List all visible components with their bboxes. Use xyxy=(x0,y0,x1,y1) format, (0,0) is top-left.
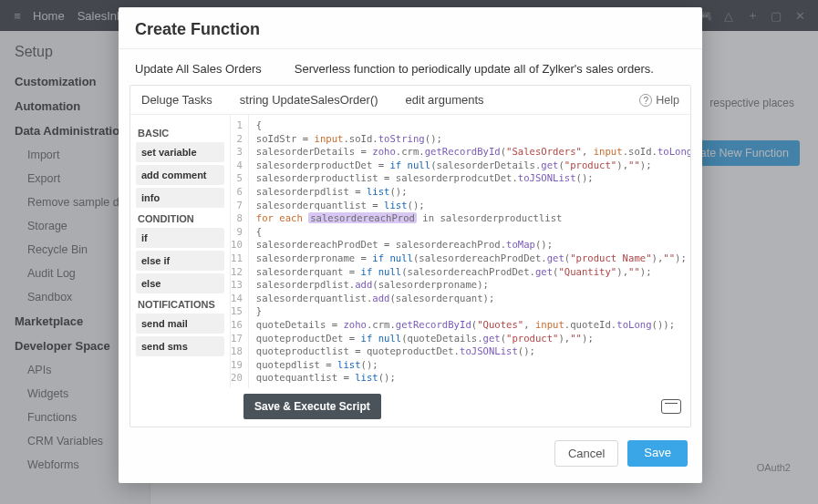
task-send-sms[interactable]: send sms xyxy=(136,336,224,356)
modal-subheader: Update All Sales Orders Serverless funct… xyxy=(119,49,702,85)
tasks-notifications-label: NOTIFICATIONS xyxy=(138,299,223,310)
function-signature: string UpdateSalesOrder() xyxy=(240,93,378,107)
function-description: Serverless function to periodically upda… xyxy=(295,62,654,76)
modal-title: Create Function xyxy=(119,7,702,49)
run-bar: Save & Execute Script xyxy=(130,388,690,427)
line-gutter: 1234567891011121314151617181920 xyxy=(231,115,249,388)
task-set-variable[interactable]: set variable xyxy=(136,142,224,162)
task-else-if[interactable]: else if xyxy=(136,251,224,271)
task-info[interactable]: info xyxy=(136,188,224,208)
tasks-panel: BASIC set variable add comment info COND… xyxy=(130,115,231,388)
save-button[interactable]: Save xyxy=(627,440,688,467)
save-execute-button[interactable]: Save & Execute Script xyxy=(243,394,381,419)
help-link[interactable]: ? Help xyxy=(639,94,679,107)
create-function-modal: Create Function Update All Sales Orders … xyxy=(119,7,702,483)
code-panel[interactable]: 1234567891011121314151617181920 {soIdStr… xyxy=(231,115,690,388)
editor: Deluge Tasks string UpdateSalesOrder() e… xyxy=(129,85,691,427)
tasks-condition-label: CONDITION xyxy=(138,213,223,224)
edit-arguments-link[interactable]: edit arguments xyxy=(406,93,484,107)
task-send-mail[interactable]: send mail xyxy=(136,314,224,334)
code-area[interactable]: {soIdStr = input.soId.toString();salesor… xyxy=(249,115,690,388)
deluge-tasks-label: Deluge Tasks xyxy=(141,93,212,107)
editor-toolbar: Deluge Tasks string UpdateSalesOrder() e… xyxy=(130,86,690,115)
task-if[interactable]: if xyxy=(136,228,224,248)
tasks-basic-label: BASIC xyxy=(138,128,223,139)
cancel-button[interactable]: Cancel xyxy=(554,440,618,467)
task-add-comment[interactable]: add comment xyxy=(136,165,224,185)
editor-body: BASIC set variable add comment info COND… xyxy=(130,115,690,388)
function-name: Update All Sales Orders xyxy=(135,62,262,76)
modal-footer: Cancel Save xyxy=(119,427,702,483)
keyboard-icon[interactable] xyxy=(661,399,681,414)
help-icon: ? xyxy=(639,94,652,107)
task-else[interactable]: else xyxy=(136,273,224,293)
help-label: Help xyxy=(656,94,679,107)
